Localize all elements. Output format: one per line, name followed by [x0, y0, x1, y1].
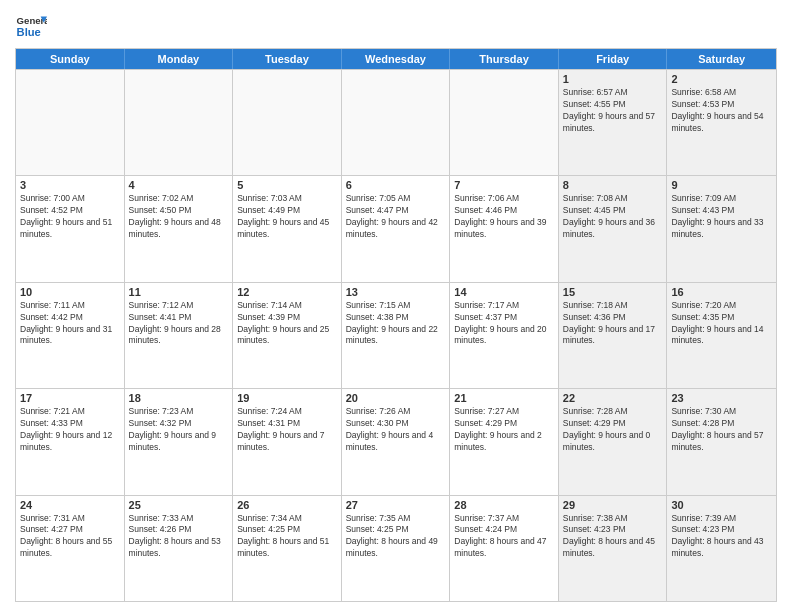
calendar-cell-17: 17Sunrise: 7:21 AM Sunset: 4:33 PM Dayli… — [16, 389, 125, 494]
day-number: 9 — [671, 179, 772, 191]
header-day-wednesday: Wednesday — [342, 49, 451, 69]
calendar-cell-11: 11Sunrise: 7:12 AM Sunset: 4:41 PM Dayli… — [125, 283, 234, 388]
calendar-cell-20: 20Sunrise: 7:26 AM Sunset: 4:30 PM Dayli… — [342, 389, 451, 494]
logo: General Blue — [15, 10, 47, 42]
calendar-cell-8: 8Sunrise: 7:08 AM Sunset: 4:45 PM Daylig… — [559, 176, 668, 281]
calendar-cell-15: 15Sunrise: 7:18 AM Sunset: 4:36 PM Dayli… — [559, 283, 668, 388]
calendar-cell-29: 29Sunrise: 7:38 AM Sunset: 4:23 PM Dayli… — [559, 496, 668, 601]
day-info: Sunrise: 6:57 AM Sunset: 4:55 PM Dayligh… — [563, 87, 663, 135]
day-number: 29 — [563, 499, 663, 511]
day-number: 18 — [129, 392, 229, 404]
calendar-header: SundayMondayTuesdayWednesdayThursdayFrid… — [16, 49, 776, 69]
day-number: 11 — [129, 286, 229, 298]
svg-text:Blue: Blue — [17, 26, 41, 38]
day-info: Sunrise: 7:23 AM Sunset: 4:32 PM Dayligh… — [129, 406, 229, 454]
header-day-saturday: Saturday — [667, 49, 776, 69]
day-info: Sunrise: 7:08 AM Sunset: 4:45 PM Dayligh… — [563, 193, 663, 241]
day-number: 15 — [563, 286, 663, 298]
calendar-cell-30: 30Sunrise: 7:39 AM Sunset: 4:23 PM Dayli… — [667, 496, 776, 601]
day-info: Sunrise: 7:26 AM Sunset: 4:30 PM Dayligh… — [346, 406, 446, 454]
day-number: 16 — [671, 286, 772, 298]
day-number: 27 — [346, 499, 446, 511]
calendar-cell-14: 14Sunrise: 7:17 AM Sunset: 4:37 PM Dayli… — [450, 283, 559, 388]
week-row-2: 3Sunrise: 7:00 AM Sunset: 4:52 PM Daylig… — [16, 175, 776, 281]
calendar-cell-1: 1Sunrise: 6:57 AM Sunset: 4:55 PM Daylig… — [559, 70, 668, 175]
day-number: 21 — [454, 392, 554, 404]
header-day-tuesday: Tuesday — [233, 49, 342, 69]
day-number: 14 — [454, 286, 554, 298]
day-number: 13 — [346, 286, 446, 298]
calendar-cell-6: 6Sunrise: 7:05 AM Sunset: 4:47 PM Daylig… — [342, 176, 451, 281]
day-info: Sunrise: 7:30 AM Sunset: 4:28 PM Dayligh… — [671, 406, 772, 454]
calendar-cell-16: 16Sunrise: 7:20 AM Sunset: 4:35 PM Dayli… — [667, 283, 776, 388]
calendar-cell-21: 21Sunrise: 7:27 AM Sunset: 4:29 PM Dayli… — [450, 389, 559, 494]
calendar-cell-23: 23Sunrise: 7:30 AM Sunset: 4:28 PM Dayli… — [667, 389, 776, 494]
day-info: Sunrise: 7:34 AM Sunset: 4:25 PM Dayligh… — [237, 513, 337, 561]
day-number: 28 — [454, 499, 554, 511]
day-info: Sunrise: 7:39 AM Sunset: 4:23 PM Dayligh… — [671, 513, 772, 561]
day-info: Sunrise: 7:28 AM Sunset: 4:29 PM Dayligh… — [563, 406, 663, 454]
day-info: Sunrise: 7:33 AM Sunset: 4:26 PM Dayligh… — [129, 513, 229, 561]
day-info: Sunrise: 7:27 AM Sunset: 4:29 PM Dayligh… — [454, 406, 554, 454]
day-info: Sunrise: 7:31 AM Sunset: 4:27 PM Dayligh… — [20, 513, 120, 561]
day-info: Sunrise: 7:38 AM Sunset: 4:23 PM Dayligh… — [563, 513, 663, 561]
day-number: 2 — [671, 73, 772, 85]
day-info: Sunrise: 6:58 AM Sunset: 4:53 PM Dayligh… — [671, 87, 772, 135]
day-info: Sunrise: 7:11 AM Sunset: 4:42 PM Dayligh… — [20, 300, 120, 348]
header: General Blue — [15, 10, 777, 42]
week-row-1: 1Sunrise: 6:57 AM Sunset: 4:55 PM Daylig… — [16, 69, 776, 175]
calendar-body: 1Sunrise: 6:57 AM Sunset: 4:55 PM Daylig… — [16, 69, 776, 601]
calendar-cell-18: 18Sunrise: 7:23 AM Sunset: 4:32 PM Dayli… — [125, 389, 234, 494]
day-info: Sunrise: 7:03 AM Sunset: 4:49 PM Dayligh… — [237, 193, 337, 241]
day-number: 3 — [20, 179, 120, 191]
day-info: Sunrise: 7:00 AM Sunset: 4:52 PM Dayligh… — [20, 193, 120, 241]
logo-icon: General Blue — [15, 10, 47, 42]
day-info: Sunrise: 7:14 AM Sunset: 4:39 PM Dayligh… — [237, 300, 337, 348]
calendar: SundayMondayTuesdayWednesdayThursdayFrid… — [15, 48, 777, 602]
calendar-cell-empty — [125, 70, 234, 175]
day-info: Sunrise: 7:20 AM Sunset: 4:35 PM Dayligh… — [671, 300, 772, 348]
day-number: 19 — [237, 392, 337, 404]
day-info: Sunrise: 7:24 AM Sunset: 4:31 PM Dayligh… — [237, 406, 337, 454]
calendar-cell-28: 28Sunrise: 7:37 AM Sunset: 4:24 PM Dayli… — [450, 496, 559, 601]
calendar-cell-22: 22Sunrise: 7:28 AM Sunset: 4:29 PM Dayli… — [559, 389, 668, 494]
day-number: 26 — [237, 499, 337, 511]
day-info: Sunrise: 7:35 AM Sunset: 4:25 PM Dayligh… — [346, 513, 446, 561]
day-number: 17 — [20, 392, 120, 404]
week-row-4: 17Sunrise: 7:21 AM Sunset: 4:33 PM Dayli… — [16, 388, 776, 494]
day-number: 20 — [346, 392, 446, 404]
day-number: 22 — [563, 392, 663, 404]
calendar-cell-27: 27Sunrise: 7:35 AM Sunset: 4:25 PM Dayli… — [342, 496, 451, 601]
week-row-5: 24Sunrise: 7:31 AM Sunset: 4:27 PM Dayli… — [16, 495, 776, 601]
header-day-friday: Friday — [559, 49, 668, 69]
day-info: Sunrise: 7:15 AM Sunset: 4:38 PM Dayligh… — [346, 300, 446, 348]
calendar-cell-13: 13Sunrise: 7:15 AM Sunset: 4:38 PM Dayli… — [342, 283, 451, 388]
calendar-cell-empty — [16, 70, 125, 175]
day-info: Sunrise: 7:05 AM Sunset: 4:47 PM Dayligh… — [346, 193, 446, 241]
calendar-cell-25: 25Sunrise: 7:33 AM Sunset: 4:26 PM Dayli… — [125, 496, 234, 601]
calendar-cell-9: 9Sunrise: 7:09 AM Sunset: 4:43 PM Daylig… — [667, 176, 776, 281]
day-info: Sunrise: 7:12 AM Sunset: 4:41 PM Dayligh… — [129, 300, 229, 348]
day-info: Sunrise: 7:18 AM Sunset: 4:36 PM Dayligh… — [563, 300, 663, 348]
calendar-cell-12: 12Sunrise: 7:14 AM Sunset: 4:39 PM Dayli… — [233, 283, 342, 388]
calendar-cell-5: 5Sunrise: 7:03 AM Sunset: 4:49 PM Daylig… — [233, 176, 342, 281]
calendar-cell-empty — [342, 70, 451, 175]
day-info: Sunrise: 7:37 AM Sunset: 4:24 PM Dayligh… — [454, 513, 554, 561]
day-number: 6 — [346, 179, 446, 191]
calendar-cell-26: 26Sunrise: 7:34 AM Sunset: 4:25 PM Dayli… — [233, 496, 342, 601]
day-number: 7 — [454, 179, 554, 191]
calendar-cell-3: 3Sunrise: 7:00 AM Sunset: 4:52 PM Daylig… — [16, 176, 125, 281]
calendar-cell-2: 2Sunrise: 6:58 AM Sunset: 4:53 PM Daylig… — [667, 70, 776, 175]
week-row-3: 10Sunrise: 7:11 AM Sunset: 4:42 PM Dayli… — [16, 282, 776, 388]
page: General Blue SundayMondayTuesdayWednesda… — [0, 0, 792, 612]
calendar-cell-24: 24Sunrise: 7:31 AM Sunset: 4:27 PM Dayli… — [16, 496, 125, 601]
header-day-sunday: Sunday — [16, 49, 125, 69]
day-number: 1 — [563, 73, 663, 85]
day-number: 8 — [563, 179, 663, 191]
calendar-cell-empty — [233, 70, 342, 175]
day-number: 24 — [20, 499, 120, 511]
calendar-cell-7: 7Sunrise: 7:06 AM Sunset: 4:46 PM Daylig… — [450, 176, 559, 281]
day-number: 5 — [237, 179, 337, 191]
header-day-monday: Monday — [125, 49, 234, 69]
day-number: 12 — [237, 286, 337, 298]
